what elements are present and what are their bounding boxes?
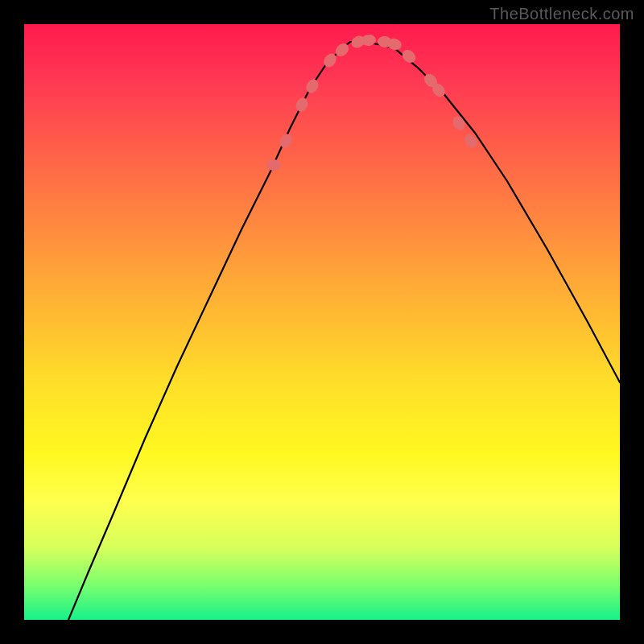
- bottleneck-curve-line: [68, 42, 620, 620]
- marker-dot: [303, 77, 320, 96]
- marker-dot: [266, 159, 281, 171]
- marker-dot: [278, 132, 295, 150]
- bottleneck-chart-svg: [24, 24, 620, 620]
- watermark-text: TheBottleneck.com: [489, 5, 634, 23]
- marker-dot: [450, 114, 467, 133]
- marker-dot: [294, 96, 310, 114]
- marker-dot: [400, 47, 419, 65]
- chart-plot-area: [24, 24, 620, 620]
- highlight-markers: [266, 34, 480, 171]
